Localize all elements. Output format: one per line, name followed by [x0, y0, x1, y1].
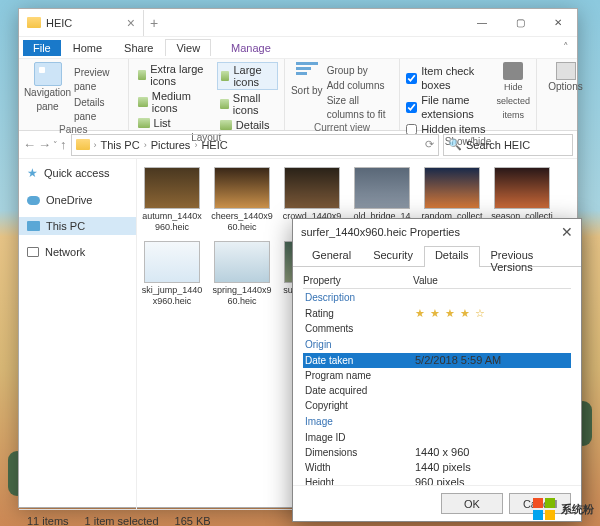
layout-list[interactable]: List — [135, 116, 213, 130]
search-input[interactable]: 🔍 Search HEIC — [443, 134, 573, 156]
star-icon: ★ — [27, 166, 38, 180]
history-dropdown-icon[interactable]: ˅ — [53, 140, 58, 150]
address-bar[interactable]: › This PC › Pictures › HEIC ⟳ — [71, 134, 440, 156]
prop-date-taken[interactable]: Date taken5/2/2018 5:59 AM — [303, 353, 571, 368]
microsoft-logo-icon — [533, 498, 555, 520]
sort-by-button[interactable]: Sort by — [291, 62, 323, 98]
crumb-pictures[interactable]: Pictures — [151, 139, 191, 151]
prop-date-acquired[interactable]: Date acquired — [303, 383, 571, 398]
menu-view[interactable]: View — [165, 39, 211, 56]
sidebar-item-onedrive[interactable]: OneDrive — [19, 191, 136, 209]
prop-copyright[interactable]: Copyright — [303, 398, 571, 413]
sidebar-item-quick-access[interactable]: ★Quick access — [19, 163, 136, 183]
menu-home[interactable]: Home — [63, 40, 112, 56]
rating-stars: ★ ★ ★ ★ ☆ — [415, 306, 486, 321]
layout-details[interactable]: Details — [217, 118, 278, 132]
refresh-icon[interactable]: ⟳ — [425, 138, 434, 151]
tab-heic[interactable]: HEIC × — [19, 10, 144, 36]
pc-icon — [27, 221, 40, 231]
tab-strip: HEIC × + — ▢ ✕ — [19, 9, 577, 37]
cloud-icon — [27, 196, 40, 205]
folder-icon — [27, 17, 41, 28]
file-item[interactable]: spring_1440x960.heic — [211, 241, 273, 307]
network-icon — [27, 247, 39, 257]
prop-height[interactable]: Height960 pixels — [303, 475, 571, 485]
prop-program-name[interactable]: Program name — [303, 368, 571, 383]
tab-previous-versions[interactable]: Previous Versions — [480, 246, 573, 267]
folder-icon — [76, 139, 90, 150]
layout-small[interactable]: Small icons — [217, 91, 278, 117]
menu-share[interactable]: Share — [114, 40, 163, 56]
crumb-heic[interactable]: HEIC — [201, 139, 227, 151]
section-image: Image — [303, 413, 571, 430]
ok-button[interactable]: OK — [441, 493, 503, 514]
crumb-this-pc[interactable]: This PC — [101, 139, 140, 151]
tab-general[interactable]: General — [301, 246, 362, 267]
search-icon: 🔍 — [448, 138, 462, 151]
sidebar-item-network[interactable]: Network — [19, 243, 136, 261]
section-origin: Origin — [303, 336, 571, 353]
dialog-title: surfer_1440x960.heic Properties — [301, 226, 460, 238]
sidebar: ★Quick access OneDrive This PC Network — [19, 159, 137, 509]
file-item[interactable]: autumn_1440x960.heic — [141, 167, 203, 233]
col-property: Property — [303, 275, 413, 286]
nav-pane-icon — [34, 62, 62, 86]
back-icon[interactable]: ← — [23, 137, 36, 152]
status-selected: 1 item selected — [85, 515, 159, 527]
check-item-checkboxes[interactable]: Item check boxes — [406, 64, 492, 92]
new-tab-button[interactable]: + — [144, 15, 164, 31]
layout-medium[interactable]: Medium icons — [135, 89, 213, 115]
prop-dimensions[interactable]: Dimensions1440 x 960 — [303, 445, 571, 460]
close-icon[interactable]: ✕ — [539, 9, 577, 37]
col-value: Value — [413, 275, 438, 286]
up-icon[interactable]: ↑ — [60, 137, 67, 152]
navigation-pane-button[interactable]: Navigation pane — [25, 62, 70, 114]
tab-security[interactable]: Security — [362, 246, 424, 267]
ribbon-tabs: File Home Share View Manage ˄ — [19, 37, 577, 59]
ribbon-collapse-icon[interactable]: ˄ — [555, 41, 577, 54]
status-count: 11 items — [27, 515, 69, 527]
menu-file[interactable]: File — [23, 40, 61, 56]
add-columns-button[interactable]: Add columns — [327, 79, 394, 93]
layout-extra-large[interactable]: Extra large icons — [135, 62, 213, 88]
status-size: 165 KB — [175, 515, 211, 527]
check-file-extensions[interactable]: File name extensions — [406, 93, 492, 121]
file-item[interactable]: cheers_1440x960.heic — [211, 167, 273, 233]
address-row: ← → ˅ ↑ › This PC › Pictures › HEIC ⟳ 🔍 … — [19, 131, 577, 159]
tab-details[interactable]: Details — [424, 246, 480, 267]
options-button[interactable]: Options — [543, 62, 588, 94]
forward-icon[interactable]: → — [38, 137, 51, 152]
dialog-titlebar[interactable]: surfer_1440x960.heic Properties ✕ — [293, 219, 581, 245]
group-by-button[interactable]: Group by — [327, 64, 394, 78]
dialog-body: Property Value Description Rating★ ★ ★ ★… — [293, 267, 581, 485]
prop-rating[interactable]: Rating★ ★ ★ ★ ☆ — [303, 306, 571, 321]
prop-comments[interactable]: Comments — [303, 321, 571, 336]
menu-manage[interactable]: Manage — [221, 40, 281, 56]
properties-dialog: surfer_1440x960.heic Properties ✕ Genera… — [292, 218, 582, 522]
file-item[interactable]: ski_jump_1440x960.heic — [141, 241, 203, 307]
size-columns-button[interactable]: Size all columns to fit — [327, 94, 394, 122]
preview-pane-button[interactable]: Preview pane — [74, 66, 122, 94]
sidebar-item-this-pc[interactable]: This PC — [19, 217, 136, 235]
prop-image-id[interactable]: Image ID — [303, 430, 571, 445]
ribbon: Navigation pane Preview pane Details pan… — [19, 59, 577, 131]
minimize-icon[interactable]: — — [463, 9, 501, 37]
layout-large[interactable]: Large icons — [217, 62, 278, 90]
details-pane-button[interactable]: Details pane — [74, 96, 122, 124]
section-description: Description — [303, 289, 571, 306]
tab-title: HEIC — [46, 17, 72, 29]
tab-close-icon[interactable]: × — [127, 15, 135, 31]
prop-width[interactable]: Width1440 pixels — [303, 460, 571, 475]
options-icon — [556, 62, 576, 80]
maximize-icon[interactable]: ▢ — [501, 9, 539, 37]
dialog-close-icon[interactable]: ✕ — [561, 224, 573, 240]
watermark: 系统粉 — [533, 498, 594, 520]
hide-selected-button[interactable]: Hide selected items — [496, 62, 530, 122]
hide-icon — [503, 62, 523, 80]
